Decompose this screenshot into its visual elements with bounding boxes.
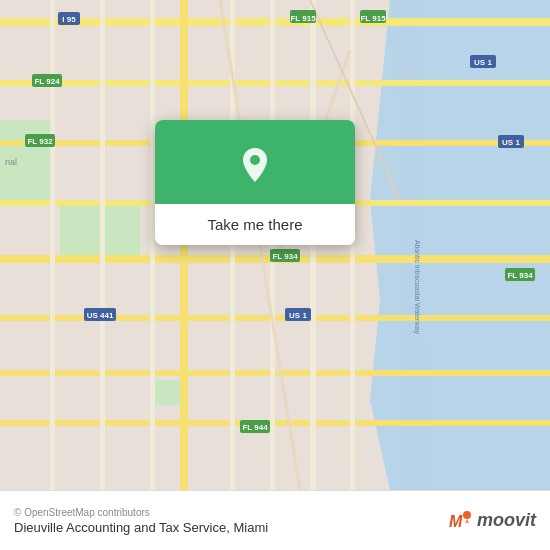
popup-green-area [155, 120, 355, 204]
svg-text:US 1: US 1 [474, 58, 492, 67]
take-me-there-button[interactable]: Take me there [155, 204, 355, 245]
svg-text:US 441: US 441 [87, 311, 114, 320]
location-name: Dieuville Accounting and Tax Service, Mi… [14, 520, 268, 535]
svg-rect-21 [350, 0, 355, 490]
svg-rect-20 [310, 0, 316, 490]
svg-text:US 1: US 1 [289, 311, 307, 320]
svg-text:Atlantic Intracoastal Waterway: Atlantic Intracoastal Waterway [413, 240, 421, 334]
moovit-brand-icon: M [445, 507, 473, 535]
svg-text:I 95: I 95 [62, 15, 76, 24]
svg-text:FL 944: FL 944 [242, 423, 268, 432]
svg-text:FL 915: FL 915 [360, 14, 386, 23]
svg-point-53 [250, 155, 260, 165]
svg-rect-17 [180, 0, 188, 490]
svg-text:FL 934: FL 934 [507, 271, 533, 280]
moovit-logo[interactable]: M moovit [445, 507, 536, 535]
svg-text:FL 915: FL 915 [290, 14, 316, 23]
location-pin-icon [233, 142, 277, 186]
svg-rect-15 [100, 0, 105, 490]
svg-text:FL 934: FL 934 [272, 252, 298, 261]
copyright-text: © OpenStreetMap contributors [14, 507, 268, 518]
moovit-text: moovit [477, 510, 536, 531]
svg-text:nal: nal [5, 157, 17, 167]
svg-rect-19 [270, 0, 275, 490]
svg-text:M: M [449, 513, 463, 530]
svg-text:FL 924: FL 924 [34, 77, 60, 86]
svg-text:FL 932: FL 932 [27, 137, 53, 146]
svg-rect-16 [150, 0, 155, 490]
svg-text:US 1: US 1 [502, 138, 520, 147]
bottom-left: © OpenStreetMap contributors Dieuville A… [14, 507, 268, 535]
popup-card: Take me there [155, 120, 355, 245]
svg-rect-14 [50, 0, 55, 490]
bottom-bar: © OpenStreetMap contributors Dieuville A… [0, 490, 550, 550]
svg-point-56 [463, 511, 471, 519]
map-container: Atlantic Intracoastal Waterway I 95 FL 9… [0, 0, 550, 490]
